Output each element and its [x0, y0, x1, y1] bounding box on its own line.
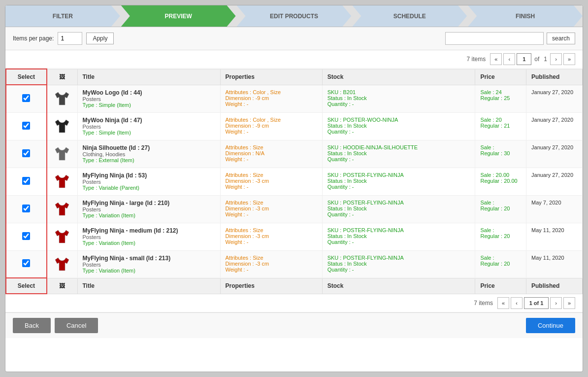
- pub-cell: May 11, 2020: [526, 223, 583, 250]
- current-page-input-top[interactable]: [517, 53, 531, 65]
- apply-button[interactable]: Apply: [86, 33, 114, 44]
- continue-button[interactable]: Continue: [526, 318, 575, 333]
- price-cell: Sale : Regular : 20: [475, 223, 526, 250]
- row-checkbox[interactable]: [22, 259, 30, 267]
- title-cell: MyWoo Logo (Id : 44) Posters Type : Simp…: [77, 85, 220, 112]
- props-cell: Attributes : Size Dimension : -3 cm Weig…: [220, 195, 322, 223]
- row-checkbox[interactable]: [22, 122, 30, 130]
- products-table: Select 🖼 Title Properties Stock: [5, 69, 583, 294]
- stock-cell: SKU : POSTER-FLYING-NINJA Status : In St…: [322, 168, 475, 195]
- pub-cell: May 7, 2020: [526, 195, 583, 223]
- last-page-btn-bottom[interactable]: »: [563, 297, 575, 309]
- prev-page-btn-bottom[interactable]: ‹: [511, 297, 523, 309]
- wizard-steps: FILTER PREVIEW EDIT PRODUCTS SCHEDULE FI…: [5, 5, 583, 27]
- price-cell: Sale : 24 Regular : 25: [475, 85, 526, 112]
- footer-image: 🖼: [47, 278, 77, 294]
- select-cell: [6, 112, 47, 140]
- title-cell: MyWoo Ninja (Id : 47) Posters Type : Sim…: [77, 112, 220, 140]
- pub-cell: January 27, 2020: [526, 112, 583, 140]
- header-price: Price: [475, 69, 526, 85]
- wizard-step-filter[interactable]: FILTER: [5, 5, 120, 27]
- table-row: MyFlying Ninja - large (Id : 210) Poster…: [6, 195, 583, 223]
- table-body: MyWoo Logo (Id : 44) Posters Type : Simp…: [6, 85, 583, 278]
- select-cell: [6, 195, 47, 223]
- img-cell: [47, 250, 77, 278]
- row-checkbox[interactable]: [22, 232, 30, 240]
- stock-cell: SKU : POSTER-WOO-NINJA Status : In Stock…: [322, 112, 475, 140]
- pub-cell: May 11, 2020: [526, 250, 583, 278]
- title-cell: MyFlying Ninja (Id : 53) Posters Type : …: [77, 168, 220, 195]
- items-per-page-input[interactable]: [58, 32, 82, 45]
- stock-cell: SKU : POSTER-FLYING-NINJA Status : In St…: [322, 195, 475, 223]
- table-footer-row: Select 🖼 Title Properties Stock: [6, 278, 583, 294]
- select-cell: [6, 223, 47, 250]
- props-cell: Attributes : Size Dimension : -3 cm Weig…: [220, 223, 322, 250]
- back-button[interactable]: Back: [13, 318, 51, 333]
- row-checkbox[interactable]: [22, 177, 30, 185]
- cancel-button[interactable]: Cancel: [55, 318, 98, 333]
- total-pages-top: 1: [544, 56, 547, 63]
- props-cell: Attributes : Size Dimension : N/A Weight…: [220, 140, 322, 168]
- props-cell: Attributes : Color , Size Dimension : -9…: [220, 112, 322, 140]
- bottom-bar: Back Cancel Continue: [5, 312, 583, 338]
- wizard-step-finish[interactable]: FINISH: [468, 5, 583, 27]
- table-row: MyWoo Logo (Id : 44) Posters Type : Simp…: [6, 85, 583, 112]
- image-icon: 🖼: [59, 73, 65, 80]
- prev-page-btn-top[interactable]: ‹: [503, 53, 515, 65]
- select-cell: [6, 85, 47, 112]
- page-of-top: of: [534, 56, 539, 63]
- footer-image-icon: 🖼: [59, 282, 65, 289]
- bottom-left-buttons: Back Cancel: [13, 318, 98, 333]
- props-cell: Attributes : Size Dimension : -3 cm Weig…: [220, 250, 322, 278]
- row-checkbox[interactable]: [22, 205, 30, 212]
- toolbar-left: Items per page: Apply: [13, 32, 114, 45]
- first-page-btn-top[interactable]: «: [490, 53, 502, 65]
- last-page-btn-top[interactable]: »: [563, 53, 575, 65]
- footer-published: Published: [526, 278, 583, 294]
- stock-cell: SKU : POSTER-FLYING-NINJA Status : In St…: [322, 250, 475, 278]
- header-select: Select: [6, 69, 47, 85]
- header-properties: Properties: [220, 69, 322, 85]
- search-input[interactable]: [445, 32, 544, 45]
- footer-properties: Properties: [220, 278, 322, 294]
- table-row: MyFlying Ninja (Id : 53) Posters Type : …: [6, 168, 583, 195]
- price-cell: Sale : Regular : 20: [475, 195, 526, 223]
- wizard-step-preview[interactable]: PREVIEW: [121, 5, 236, 27]
- wizard-step-schedule[interactable]: SCHEDULE: [352, 5, 467, 27]
- row-checkbox[interactable]: [22, 149, 30, 157]
- stock-cell: SKU : HOODIE-NINJA-SILHOUETTE Status : I…: [322, 140, 475, 168]
- title-cell: Ninja Silhouette (Id : 27) Clothing, Hoo…: [77, 140, 220, 168]
- footer-price: Price: [475, 278, 526, 294]
- total-items-top: 7 items: [467, 56, 486, 63]
- table-row: MyFlying Ninja - small (Id : 213) Poster…: [6, 250, 583, 278]
- table-row: MyWoo Ninja (Id : 47) Posters Type : Sim…: [6, 112, 583, 140]
- row-checkbox[interactable]: [22, 94, 30, 102]
- footer-title: Title: [77, 278, 220, 294]
- header-published: Published: [526, 69, 583, 85]
- title-cell: MyFlying Ninja - small (Id : 213) Poster…: [77, 250, 220, 278]
- header-stock: Stock: [322, 69, 475, 85]
- search-button[interactable]: search: [547, 33, 575, 44]
- props-cell: Attributes : Size Dimension : -3 cm Weig…: [220, 168, 322, 195]
- next-page-btn-top[interactable]: ›: [550, 53, 562, 65]
- products-table-wrapper: Select 🖼 Title Properties Stock: [5, 69, 583, 294]
- first-page-btn-bottom[interactable]: «: [497, 297, 509, 309]
- img-cell: [47, 195, 77, 223]
- toolbar: Items per page: Apply search: [5, 27, 583, 50]
- next-page-btn-bottom[interactable]: ›: [550, 297, 562, 309]
- select-cell: [6, 168, 47, 195]
- select-cell: [6, 250, 47, 278]
- pagination-bottom: 7 items « ‹ 1 of 1 › »: [5, 294, 583, 312]
- img-cell: [47, 140, 77, 168]
- toolbar-right: search: [445, 32, 575, 45]
- props-cell: Attributes : Color , Size Dimension : -9…: [220, 85, 322, 112]
- header-image: 🖼: [47, 69, 77, 85]
- table-row: Ninja Silhouette (Id : 27) Clothing, Hoo…: [6, 140, 583, 168]
- select-cell: [6, 140, 47, 168]
- wizard-step-edit-products[interactable]: EDIT PRODUCTS: [237, 5, 352, 27]
- table-header-row: Select 🖼 Title Properties Stock: [6, 69, 583, 85]
- img-cell: [47, 223, 77, 250]
- pub-cell: January 27, 2020: [526, 168, 583, 195]
- stock-cell: SKU : B201 Status : In Stock Quantity : …: [322, 85, 475, 112]
- price-cell: Sale : Regular : 30: [475, 140, 526, 168]
